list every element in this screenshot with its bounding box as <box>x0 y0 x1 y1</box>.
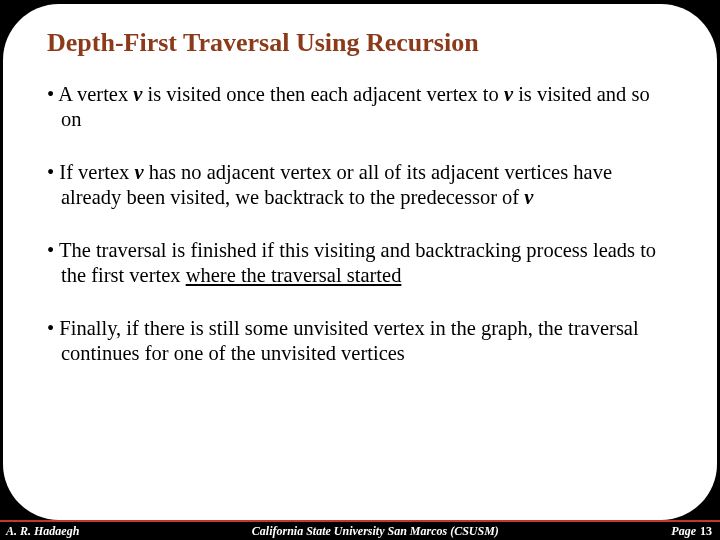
var-v: v <box>524 186 533 208</box>
underlined-phrase: where the traversal started <box>186 264 402 286</box>
bullet-text: • Finally, if there is still some unvisi… <box>47 317 639 364</box>
bullet-item: • The traversal is finished if this visi… <box>47 238 673 288</box>
slide-card: Depth-First Traversal Using Recursion • … <box>3 4 717 520</box>
bullet-text: • If vertex <box>47 161 134 183</box>
page-number: 13 <box>700 524 712 538</box>
bullet-item: • A vertex v is visited once then each a… <box>47 82 673 132</box>
bullet-text: is visited once then each adjacent verte… <box>142 83 503 105</box>
var-v: v <box>504 83 513 105</box>
footer-institution: California State University San Marcos (… <box>79 524 671 539</box>
var-v: v <box>134 161 143 183</box>
slide-title: Depth-First Traversal Using Recursion <box>47 28 673 58</box>
footer-author: A. R. Hadaegh <box>0 524 79 539</box>
page-label: Page <box>671 524 696 538</box>
bullet-item: • Finally, if there is still some unvisi… <box>47 316 673 366</box>
bullet-list: • A vertex v is visited once then each a… <box>47 82 673 366</box>
footer-bar: A. R. Hadaegh California State Universit… <box>0 520 720 540</box>
footer-page: Page13 <box>671 524 720 539</box>
bullet-item: • If vertex v has no adjacent vertex or … <box>47 160 673 210</box>
bullet-text: • A vertex <box>47 83 133 105</box>
